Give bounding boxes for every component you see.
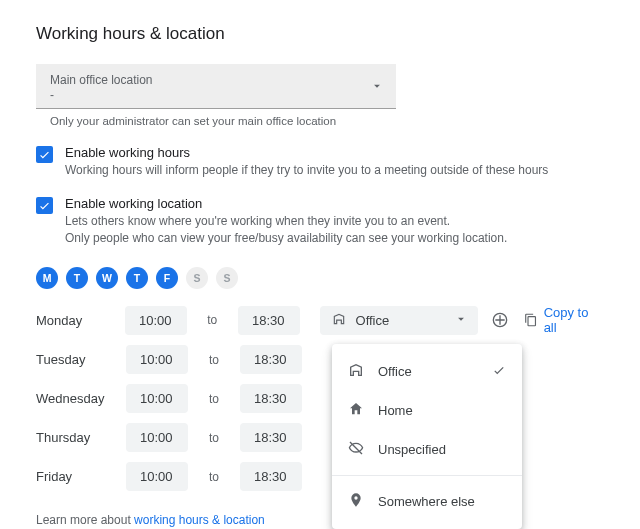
menu-item-label: Home xyxy=(378,403,506,418)
to-label: to xyxy=(188,431,240,445)
pin-icon xyxy=(348,492,364,511)
menu-item-home[interactable]: Home xyxy=(332,391,522,430)
location-value: Office xyxy=(356,313,390,328)
main-office-helper-text: Only your administrator can set your mai… xyxy=(50,115,604,127)
end-time-input[interactable]: 18:30 xyxy=(238,306,300,335)
page-title: Working hours & location xyxy=(36,24,604,44)
to-label: to xyxy=(188,392,240,406)
menu-item-unspecified[interactable]: Unspecified xyxy=(332,430,522,469)
caret-down-icon xyxy=(370,79,384,96)
end-time-input[interactable]: 18:30 xyxy=(240,384,302,413)
location-select[interactable]: Office xyxy=(320,306,478,335)
learn-more-link[interactable]: working hours & location xyxy=(134,513,265,527)
day-chip-sat[interactable]: S xyxy=(186,267,208,289)
menu-item-label: Unspecified xyxy=(378,442,506,457)
enable-working-location-title: Enable working location xyxy=(65,196,507,211)
menu-item-office[interactable]: Office xyxy=(332,352,522,391)
check-icon xyxy=(492,363,506,380)
main-office-location-select: Main office location - xyxy=(36,64,396,109)
menu-item-somewhere-else[interactable]: Somewhere else xyxy=(332,482,522,521)
copy-to-all-button[interactable]: Copy to all xyxy=(524,305,604,335)
day-chip-thu[interactable]: T xyxy=(126,267,148,289)
day-chip-tue[interactable]: T xyxy=(66,267,88,289)
enable-working-location-desc2: Only people who can view your free/busy … xyxy=(65,231,507,245)
main-office-location-label: Main office location xyxy=(50,72,153,88)
day-chip-wed[interactable]: W xyxy=(96,267,118,289)
day-chip-fri[interactable]: F xyxy=(156,267,178,289)
enable-working-hours-desc: Working hours will inform people if they… xyxy=(65,162,548,179)
day-label: Friday xyxy=(36,469,126,484)
day-label: Tuesday xyxy=(36,352,126,367)
start-time-input[interactable]: 10:00 xyxy=(125,306,187,335)
end-time-input[interactable]: 18:30 xyxy=(240,423,302,452)
menu-separator xyxy=(332,475,522,476)
day-label: Wednesday xyxy=(36,391,126,406)
day-chip-mon[interactable]: M xyxy=(36,267,58,289)
end-time-input[interactable]: 18:30 xyxy=(240,462,302,491)
to-label: to xyxy=(188,470,240,484)
enable-working-location-checkbox[interactable] xyxy=(36,197,53,214)
day-label: Thursday xyxy=(36,430,126,445)
start-time-input[interactable]: 10:00 xyxy=(126,462,188,491)
office-icon xyxy=(332,312,346,329)
to-label: to xyxy=(187,313,238,327)
start-time-input[interactable]: 10:00 xyxy=(126,345,188,374)
enable-working-hours-checkbox[interactable] xyxy=(36,146,53,163)
day-label: Monday xyxy=(36,313,125,328)
enable-working-hours-title: Enable working hours xyxy=(65,145,548,160)
end-time-input[interactable]: 18:30 xyxy=(240,345,302,374)
start-time-input[interactable]: 10:00 xyxy=(126,423,188,452)
to-label: to xyxy=(188,353,240,367)
location-dropdown-menu: Office Home Unspecified Somewhere else xyxy=(332,344,522,529)
unspecified-icon xyxy=(348,440,364,459)
office-icon xyxy=(348,362,364,381)
menu-item-label: Office xyxy=(378,364,478,379)
copy-to-all-label: Copy to all xyxy=(544,305,604,335)
start-time-input[interactable]: 10:00 xyxy=(126,384,188,413)
menu-item-label: Somewhere else xyxy=(378,494,506,509)
add-time-button[interactable] xyxy=(492,312,508,328)
home-icon xyxy=(348,401,364,420)
caret-down-icon xyxy=(454,312,468,329)
day-chip-sun[interactable]: S xyxy=(216,267,238,289)
main-office-location-value: - xyxy=(50,88,153,102)
enable-working-location-desc1: Lets others know where you're working wh… xyxy=(65,214,450,228)
day-selector: M T W T F S S xyxy=(36,267,604,289)
